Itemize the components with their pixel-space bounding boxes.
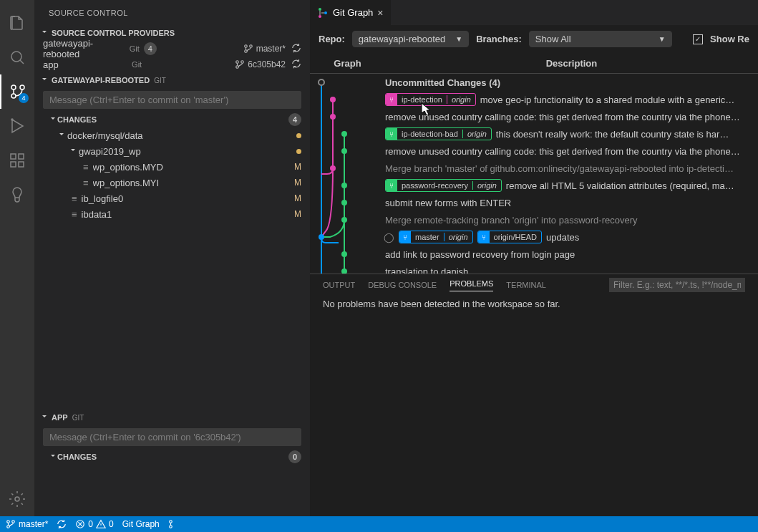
branch-indicator[interactable]: master* — [243, 44, 286, 54]
ref-tag[interactable]: ⑂ip-detection-badorigin — [385, 127, 492, 140]
file-row[interactable]: ≡ib_logfile0M — [34, 190, 310, 206]
show-remote-checkbox[interactable]: ✓ — [693, 34, 703, 44]
panel-tab-terminal[interactable]: TERMINAL — [506, 281, 546, 289]
changes-header[interactable]: CHANGES 4 — [34, 112, 310, 127]
file-row[interactable]: ≡wp_options.MYDM — [34, 159, 310, 175]
sync-icon[interactable] — [291, 59, 301, 71]
ref-tag[interactable]: ⑂masterorigin — [399, 231, 473, 243]
ref-tag[interactable]: ⑂origin/HEAD — [477, 231, 543, 243]
repo-header[interactable]: APP GIT — [34, 410, 310, 425]
branches-select[interactable]: Show All ▼ — [529, 31, 672, 47]
svg-rect-6 — [19, 154, 24, 159]
explorer-icon[interactable] — [0, 6, 34, 40]
file-row[interactable]: ≡wp_options.MYIM — [34, 175, 310, 190]
commit-row[interactable]: add link to password recovery from login… — [310, 246, 758, 263]
folder-row[interactable]: gwapi2019_wp — [34, 143, 310, 159]
svg-point-11 — [249, 45, 252, 48]
commit-row[interactable]: remove unused country calling code: this… — [310, 108, 758, 125]
panel-tab-output[interactable]: OUTPUT — [323, 281, 355, 289]
ref-name: ip-detection — [397, 95, 447, 104]
tree-icon[interactable] — [0, 178, 34, 212]
file-label: ibdata1 — [82, 209, 294, 220]
svg-rect-5 — [11, 154, 16, 159]
svg-point-17 — [324, 11, 327, 14]
changes-count: 4 — [288, 113, 301, 126]
status-gitgraph[interactable]: Git Graph — [122, 519, 160, 529]
commit-row[interactable]: translation to danish — [310, 263, 758, 274]
panel-filter-input[interactable] — [609, 278, 745, 292]
repo-header[interactable]: GATEWAYAPI-REBOOTED GIT — [34, 72, 310, 88]
svg-point-18 — [319, 15, 321, 18]
git-graph-toolbar: Repo: gatewayapi-rebooted ▼ Branches: Sh… — [310, 25, 758, 54]
status-dot-icon — [296, 133, 301, 138]
status-feedback-icon[interactable] — [168, 519, 178, 529]
file-row[interactable]: ≡ibdata1M — [34, 206, 310, 222]
sync-icon[interactable] — [291, 43, 301, 55]
svg-point-13 — [236, 61, 239, 64]
folder-row[interactable]: docker/mysql/data — [34, 127, 310, 143]
branch-icon: ⑂ — [386, 128, 397, 140]
commit-desc: Merge branch 'master' of github.com:onli… — [385, 163, 734, 174]
branch-icon: ⑂ — [386, 94, 397, 105]
commit-desc: Merge remote-tracking branch 'origin' in… — [385, 215, 638, 226]
extensions-icon[interactable] — [0, 143, 34, 178]
repo-select[interactable]: gatewayapi-rebooted ▼ — [352, 31, 469, 47]
commit-row[interactable]: ⑂ip-detectionoriginmove geo-ip functiona… — [310, 91, 758, 108]
status-modified: M — [294, 193, 301, 203]
tab-bar: Git Graph × — [310, 0, 758, 25]
search-icon[interactable] — [0, 40, 34, 74]
commit-row[interactable]: Uncommitted Changes (4) — [310, 74, 758, 91]
panel-tab-debug[interactable]: DEBUG CONSOLE — [368, 281, 437, 289]
branch-icon: ⑂ — [399, 231, 411, 243]
file-label: wp_options.MYD — [93, 162, 294, 173]
chevron-down-icon — [40, 28, 49, 38]
status-sync[interactable] — [57, 519, 67, 529]
branch-indicator[interactable]: 6c305b42 — [235, 59, 286, 69]
commit-desc: remove all HTML 5 validation attributes … — [506, 180, 734, 191]
commit-row[interactable]: Merge remote-tracking branch 'origin' in… — [310, 211, 758, 228]
settings-gear-icon[interactable] — [0, 482, 34, 516]
changes-header[interactable]: CHANGES 0 — [34, 449, 310, 465]
svg-point-16 — [319, 8, 321, 11]
chevron-down-icon — [57, 130, 66, 141]
commit-row[interactable]: ⑂password-recoveryoriginremove all HTML … — [310, 177, 758, 194]
branch-icon: ⑂ — [386, 180, 397, 191]
commit-message-input[interactable] — [43, 428, 301, 446]
source-control-icon[interactable]: 4 — [0, 74, 34, 109]
svg-point-1 — [20, 85, 24, 90]
ref-name: ip-detection-bad — [397, 130, 462, 138]
commit-row[interactable]: submit new forms with ENTER — [310, 194, 758, 211]
svg-point-37 — [170, 526, 173, 528]
file-icon: ≡ — [72, 193, 77, 204]
ref-tag[interactable]: ⑂password-recoveryorigin — [385, 179, 502, 192]
git-graph-body[interactable]: Uncommitted Changes (4)⑂ip-detectionorig… — [310, 74, 758, 274]
commit-row[interactable]: ⑂ip-detection-badoriginthis doesn't real… — [310, 125, 758, 142]
provider-row[interactable]: app Git 6c305b42 — [34, 57, 310, 72]
commit-desc: submit new forms with ENTER — [385, 198, 511, 208]
commit-row[interactable]: ◯⑂masterorigin⑂origin/HEADupdates — [310, 228, 758, 246]
chevron-down-icon — [49, 452, 57, 462]
changes-count: 0 — [288, 450, 301, 463]
panel-tabs: OUTPUT DEBUG CONSOLE PROBLEMS TERMINAL — [310, 274, 758, 296]
tab-git-graph[interactable]: Git Graph × — [310, 0, 392, 25]
ref-origin: origin — [447, 95, 475, 104]
bottom-panel: OUTPUT DEBUG CONSOLE PROBLEMS TERMINAL N… — [310, 274, 758, 316]
commit-row[interactable]: remove unused country calling code: this… — [310, 142, 758, 160]
status-errors[interactable]: 0 0 — [75, 519, 113, 529]
chevron-down-icon — [40, 412, 49, 422]
svg-point-36 — [170, 521, 173, 523]
status-branch[interactable]: master* — [6, 519, 48, 529]
ref-tag[interactable]: ⑂ip-detectionorigin — [385, 93, 476, 106]
commit-row[interactable]: Merge branch 'master' of github.com:onli… — [310, 160, 758, 177]
provider-row[interactable]: gatewayapi-rebooted Git 4 master* — [34, 41, 310, 57]
debug-icon[interactable] — [0, 109, 34, 143]
svg-point-3 — [11, 85, 16, 90]
commit-desc: remove unused country calling code: this… — [385, 146, 740, 157]
chevron-down-icon — [40, 75, 49, 85]
close-icon[interactable]: × — [377, 7, 383, 19]
commit-message-input[interactable] — [43, 91, 301, 109]
ref-name: password-recovery — [397, 181, 472, 190]
repo-label: Repo: — [319, 34, 345, 44]
git-graph-tab-icon — [317, 7, 329, 19]
panel-tab-problems[interactable]: PROBLEMS — [450, 279, 493, 291]
